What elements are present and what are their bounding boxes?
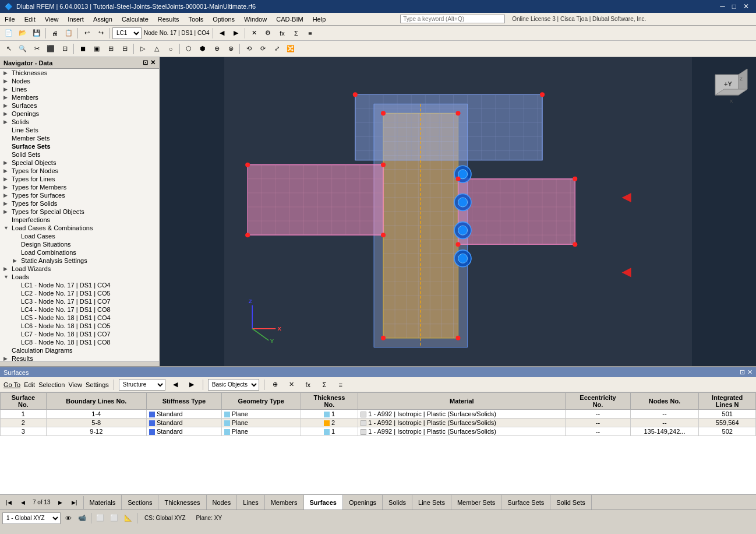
tb2-13[interactable]: ⬡ — [182, 43, 195, 55]
tb2-8[interactable]: ⊞ — [104, 43, 117, 55]
tree-item[interactable]: ▼ Load Cases & Combinations — [0, 224, 159, 232]
tree-item[interactable]: LC3 - Node No. 17 | DS1 | CO7 — [0, 297, 159, 305]
model-select[interactable]: 1 - Global XYZ — [2, 512, 61, 524]
tb-btn-e[interactable]: fx — [275, 27, 288, 40]
tree-item[interactable]: ▶ Lines — [0, 85, 159, 93]
menu-results[interactable]: Results — [153, 13, 184, 25]
undo-btn[interactable]: ↩ — [80, 27, 93, 40]
tb2-16[interactable]: ⊗ — [224, 43, 237, 55]
tree-item[interactable]: LC6 - Node No. 18 | DS1 | CO5 — [0, 322, 159, 330]
tab-nodes[interactable]: Nodes — [207, 495, 238, 510]
tree-item[interactable]: Calculation Diagrams — [0, 346, 159, 354]
search-input[interactable] — [400, 15, 505, 23]
tab-surface-sets[interactable]: Surface Sets — [501, 495, 550, 510]
tb2-18[interactable]: ⟳ — [256, 43, 269, 55]
surf-prev-btn[interactable]: ◀ — [169, 378, 182, 391]
table-row[interactable]: 3 9-12 Standard Plane 1 1 - A992 | Isotr… — [1, 427, 756, 436]
tree-item[interactable]: ▶ Types for Surfaces — [0, 191, 159, 199]
tree-item[interactable]: Imperfections — [0, 216, 159, 224]
tree-item[interactable]: LC2 - Node No. 17 | DS1 | CO5 — [0, 289, 159, 297]
tb-btn-c[interactable]: ✕ — [248, 27, 260, 40]
tree-item[interactable]: Surface Sets — [0, 142, 159, 150]
tree-item[interactable]: LC4 - Node No. 17 | DS1 | CO8 — [0, 305, 159, 314]
tree-item[interactable]: LC8 - Node No. 18 | DS1 | CO8 — [0, 338, 159, 346]
tb2-10[interactable]: ▷ — [136, 43, 149, 55]
tab-member-sets[interactable]: Member Sets — [451, 495, 501, 510]
tab-surfaces[interactable]: Surfaces — [304, 495, 343, 510]
surf-tool-4[interactable]: Σ — [318, 378, 331, 391]
surf-tool-2[interactable]: ✕ — [285, 378, 298, 391]
menu-cadbim[interactable]: CAD-BIM — [271, 13, 308, 25]
tree-item[interactable]: ▶ Static Analysis Settings — [0, 257, 159, 265]
tb2-12[interactable]: ○ — [164, 43, 177, 55]
tab-solid-sets[interactable]: Solid Sets — [550, 495, 592, 510]
bot-btn-3[interactable]: ⬜ — [94, 512, 107, 525]
tree-item[interactable]: Load Combinations — [0, 248, 159, 257]
tree-item[interactable]: ▶ Surfaces — [0, 101, 159, 110]
tree-item[interactable]: ▶ Types for Lines — [0, 175, 159, 183]
tree-item[interactable]: ▼ Loads — [0, 273, 159, 281]
nav-close-btn[interactable]: ✕ — [150, 59, 156, 66]
tb2-2[interactable]: 🔍 — [16, 43, 29, 55]
minimize-button[interactable]: ─ — [718, 2, 727, 10]
basic-objects-dropdown[interactable]: Basic Objects — [208, 379, 259, 391]
menu-tools[interactable]: Tools — [183, 13, 208, 25]
tree-item[interactable]: ▶ Types for Nodes — [0, 167, 159, 175]
menu-file[interactable]: File — [0, 13, 20, 25]
table-row[interactable]: 1 1-4 Standard Plane 1 1 - A992 | Isotro… — [1, 410, 756, 419]
tb2-6[interactable]: ◼ — [76, 43, 89, 55]
viewport-3d[interactable]: Z X Y +Y Z X — [160, 57, 756, 366]
tree-item[interactable]: Design Situations — [0, 240, 159, 248]
tb-btn-a[interactable]: ◀ — [216, 27, 228, 40]
tree-item[interactable]: ▶ Special Objects — [0, 159, 159, 167]
tb2-15[interactable]: ⊕ — [210, 43, 223, 55]
close-button[interactable]: ✕ — [741, 2, 751, 10]
tree-item[interactable]: Line Sets — [0, 126, 159, 134]
tree-item[interactable]: ▶ Thicknesses — [0, 69, 159, 77]
tb-btn-b[interactable]: ▶ — [229, 27, 242, 40]
view-cube[interactable]: +Y Z X — [704, 63, 750, 110]
tree-item[interactable]: ▶ Solids — [0, 118, 159, 126]
tree-item[interactable]: Solid Sets — [0, 150, 159, 159]
tab-materials[interactable]: Materials — [84, 495, 122, 510]
tb2-9[interactable]: ⊟ — [118, 43, 131, 55]
next-page-btn[interactable]: ▶ — [54, 496, 67, 509]
menu-view[interactable]: View — [40, 13, 63, 25]
tb2-7[interactable]: ▣ — [90, 43, 103, 55]
tree-item[interactable]: ▶ Openings — [0, 110, 159, 118]
surf-next-btn[interactable]: ▶ — [185, 378, 198, 391]
table-row[interactable]: 2 5-8 Standard Plane 2 1 - A992 | Isotro… — [1, 419, 756, 427]
bot-btn-4[interactable]: ⬜ — [108, 512, 121, 525]
print-btn[interactable]: 🖨 — [48, 27, 61, 40]
tree-item[interactable]: ▶ Members — [0, 93, 159, 101]
bot-btn-1[interactable]: 👁 — [62, 512, 75, 525]
tab-openings[interactable]: Openings — [343, 495, 383, 510]
tree-item[interactable]: LC1 - Node No. 17 | DS1 | CO4 — [0, 281, 159, 289]
tb2-17[interactable]: ⟲ — [242, 43, 255, 55]
tb-btn-g[interactable]: ≡ — [303, 27, 316, 40]
prev-page-btn[interactable]: ◀ — [16, 496, 29, 509]
surf-tool-5[interactable]: ≡ — [334, 378, 347, 391]
tb-btn-d[interactable]: ⚙ — [262, 27, 274, 40]
menu-assign[interactable]: Assign — [89, 13, 117, 25]
tb2-3[interactable]: ✂ — [30, 43, 43, 55]
surf-tool-3[interactable]: fx — [302, 378, 315, 391]
bot-btn-5[interactable]: 📐 — [122, 512, 135, 525]
menu-calculate[interactable]: Calculate — [117, 13, 153, 25]
tab-lines[interactable]: Lines — [237, 495, 264, 510]
panel-close-btn[interactable]: ✕ — [747, 368, 753, 376]
menu-help[interactable]: Help — [308, 13, 331, 25]
lc-dropdown[interactable]: LC1 — [112, 27, 142, 39]
open-btn[interactable]: 📂 — [16, 27, 29, 40]
tree-item[interactable]: ▶ Types for Special Objects — [0, 208, 159, 216]
nav-restore-btn[interactable]: ⊡ — [143, 59, 148, 66]
menu-options[interactable]: Options — [208, 13, 239, 25]
copy-btn[interactable]: 📋 — [62, 27, 75, 40]
tb2-14[interactable]: ⬢ — [196, 43, 209, 55]
menu-window[interactable]: Window — [239, 13, 271, 25]
redo-btn[interactable]: ↪ — [94, 27, 107, 40]
menu-edit[interactable]: Edit — [20, 13, 40, 25]
tb2-20[interactable]: 🔀 — [284, 43, 297, 55]
tb-btn-f[interactable]: Σ — [289, 27, 302, 40]
tree-item[interactable]: ▶ Load Wizards — [0, 265, 159, 273]
